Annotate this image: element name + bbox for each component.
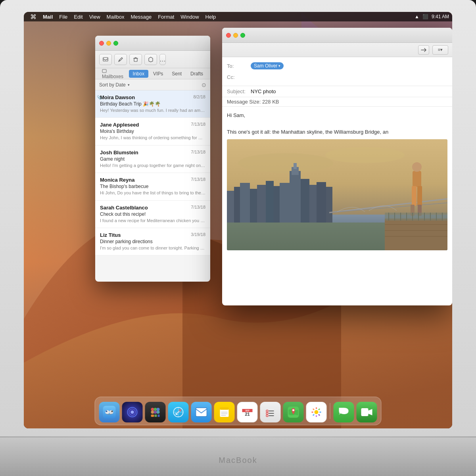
move-icon-btn[interactable] [144, 54, 157, 65]
svg-rect-37 [385, 213, 447, 221]
dock-item-launchpad[interactable] [145, 402, 166, 422]
dock-item-siri[interactable] [122, 402, 143, 422]
dock-item-finder[interactable] [99, 402, 120, 422]
svg-point-52 [111, 411, 113, 412]
svg-point-82 [266, 413, 268, 415]
svg-rect-4 [102, 69, 106, 73]
apple-menu[interactable]: ⌘ [27, 12, 40, 21]
tab-sent[interactable]: Sent [168, 70, 186, 78]
email-item[interactable]: Josh Blumstein 7/13/18 Game night Hello!… [95, 146, 210, 173]
recipient-badge[interactable]: Sam Oliver ▾ [251, 62, 284, 69]
svg-rect-10 [227, 191, 234, 223]
email-item[interactable]: Sarah Castelblanco 7/13/18 Check out thi… [95, 201, 210, 228]
minimize-button[interactable] [106, 41, 111, 46]
mailbox-icon-btn[interactable] [99, 54, 112, 65]
svg-point-60 [154, 411, 157, 414]
compose-maximize-button[interactable] [240, 33, 245, 38]
svg-point-87 [292, 409, 294, 411]
compose-fields: To: Sam Oliver ▾ Cc: [222, 57, 452, 86]
send-button[interactable] [418, 45, 429, 55]
email-preview: Hi John, Do you have the list of things … [100, 190, 205, 196]
svg-point-57 [154, 408, 157, 411]
menu-mailbox[interactable]: Mailbox [104, 12, 128, 21]
desktop: ⌘ Mail File Edit View Mailbox Message Fo… [24, 12, 452, 428]
compose-titlebar [222, 28, 452, 43]
compose-toolbar: ≡▾ [222, 43, 452, 57]
tab-mailboxes[interactable]: Mailboxes [98, 67, 128, 81]
subject-field: Subject: NYC photo [222, 86, 452, 97]
svg-point-88 [315, 410, 319, 414]
email-sender: Josh Blumstein [100, 150, 138, 155]
tab-drafts[interactable]: Drafts [186, 70, 207, 78]
compose-icon-btn[interactable] [114, 54, 127, 65]
menubar-battery: ⬛ [422, 14, 428, 19]
menu-format[interactable]: Format [155, 12, 177, 21]
dock-item-safari[interactable] [168, 402, 189, 422]
more-icon-btn[interactable]: … [159, 54, 166, 65]
email-subject: Game night [100, 156, 205, 162]
dock: SEP 21 [95, 397, 382, 425]
delete-icon-btn[interactable] [129, 54, 142, 65]
screen-bezel: ⌘ Mail File Edit View Mailbox Message Fo… [24, 12, 452, 428]
maximize-button[interactable] [113, 41, 118, 46]
close-button[interactable] [99, 41, 104, 46]
svg-rect-13 [250, 189, 257, 223]
menu-edit[interactable]: Edit [71, 12, 86, 21]
menu-message[interactable]: Message [127, 12, 155, 21]
menu-view[interactable]: View [86, 12, 104, 21]
menu-file[interactable]: File [56, 12, 71, 21]
dock-item-reminders[interactable] [260, 402, 281, 422]
email-subject: Check out this recipe! [100, 211, 205, 217]
svg-rect-68 [196, 408, 207, 416]
mail-inbox-window: … Mailboxes Inbox VIPs Sent Drafts [95, 36, 210, 282]
menubar: ⌘ Mail File Edit View Mailbox Message Fo… [24, 12, 452, 21]
svg-rect-20 [294, 163, 297, 169]
svg-rect-15 [266, 181, 274, 223]
compose-minimize-button[interactable] [233, 33, 238, 38]
svg-rect-27 [413, 171, 421, 187]
dock-item-notes[interactable] [214, 402, 235, 422]
email-list: 📎 Moira Dawson 8/2/18 Birthday Beach Tri… [95, 90, 210, 255]
filter-icon[interactable]: ⊙ [202, 82, 206, 88]
subject-label: Subject: [227, 88, 251, 94]
dock-separator [330, 403, 330, 419]
svg-line-94 [319, 415, 320, 416]
svg-point-55 [131, 411, 134, 414]
dock-item-facetime[interactable] [357, 402, 377, 422]
svg-text:21: 21 [245, 412, 250, 416]
cc-field[interactable]: Cc: [222, 71, 452, 83]
compose-close-button[interactable] [226, 33, 231, 38]
email-item[interactable]: Liz Titus 3/19/18 Dinner parking directi… [95, 228, 210, 255]
menu-help[interactable]: Help [202, 12, 219, 21]
menubar-wifi: ▲ [415, 14, 419, 19]
svg-point-59 [151, 411, 154, 414]
dock-item-photos[interactable] [306, 402, 327, 422]
email-subject: Dinner parking directions [100, 239, 205, 244]
email-item[interactable]: Jane Appleseed 7/13/18 Moira's Birthday … [95, 118, 210, 145]
dock-item-mail[interactable] [191, 402, 212, 422]
email-preview: I found a new recipe for Mediterranean c… [100, 218, 205, 224]
dock-item-messages[interactable] [334, 402, 354, 422]
list-view-button[interactable]: ≡▾ [432, 45, 448, 55]
svg-point-50 [109, 410, 113, 414]
svg-line-96 [313, 415, 314, 416]
menu-mail[interactable]: Mail [40, 12, 56, 21]
email-sender: Jane Appleseed [100, 122, 139, 128]
email-date: 7/13/18 [191, 205, 205, 211]
tab-inbox[interactable]: Inbox [129, 70, 148, 78]
email-item[interactable]: Monica Reyna 7/13/18 The Bishop's barbec… [95, 173, 210, 200]
svg-point-84 [266, 415, 268, 417]
svg-rect-64 [158, 415, 160, 417]
dock-item-maps[interactable] [283, 402, 304, 422]
email-preview: Hello! I'm getting a group together for … [100, 163, 205, 169]
tab-vips[interactable]: VIPs [149, 70, 167, 78]
svg-rect-21 [301, 179, 309, 223]
dock-item-calendar[interactable]: SEP 21 [237, 402, 258, 422]
email-item[interactable]: 📎 Moira Dawson 8/2/18 Birthday Beach Tri… [95, 90, 210, 118]
svg-rect-17 [280, 183, 290, 223]
svg-rect-9 [227, 223, 385, 250]
svg-point-56 [151, 408, 154, 411]
menu-window[interactable]: Window [177, 12, 202, 21]
compose-body[interactable]: Hi Sam, This one's got it all: the Manha… [222, 107, 452, 255]
svg-rect-97 [361, 408, 369, 416]
